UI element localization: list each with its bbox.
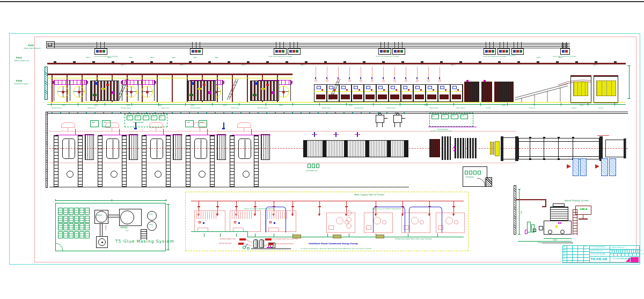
rail-tick: [52, 112, 53, 114]
rail-tick: [361, 112, 362, 114]
df-post: [326, 84, 327, 102]
glue-pipe: [207, 129, 208, 135]
roll-stand-rack: [166, 135, 171, 187]
hanger-cell: [485, 50, 488, 53]
rail-clamp: [401, 61, 404, 63]
rail-clamp: [170, 61, 172, 63]
storage-tank: [147, 221, 157, 231]
rail-tick: [326, 112, 327, 114]
tb-left-label: 日期: [584, 246, 587, 247]
mezzanine-post: [247, 75, 248, 102]
conn-label: Steam Connection DN150 (Dia)200mm: [372, 208, 401, 210]
panel-line: [428, 127, 477, 127]
machine-pump: [366, 225, 371, 230]
shear-mark: [484, 80, 486, 82]
rail-tick: [180, 112, 181, 114]
sf-part: [272, 91, 274, 94]
glue-unit-box: [308, 164, 311, 168]
dim-tick: [561, 103, 561, 106]
piping-system-title: IntelliGent Steam Condensate Energy Savi…: [309, 243, 357, 245]
starch-box: [63, 223, 68, 230]
condensate-stub: [408, 234, 408, 237]
dim-tick: [627, 65, 631, 66]
machine-pump: [328, 225, 334, 230]
mezzanine-beam: [47, 74, 292, 75]
condensate-stub: [437, 234, 438, 237]
df-hood: [440, 86, 444, 89]
dim-tick: [51, 103, 52, 106]
hanger-cell: [513, 50, 516, 53]
starch-box: [69, 216, 74, 223]
roll-hub: [62, 91, 64, 93]
rail-clamp: [92, 61, 95, 63]
hanger-cell: [499, 50, 502, 53]
starch-box: [58, 231, 63, 238]
df-plate: [378, 94, 387, 99]
rail-tick: [77, 112, 78, 114]
df-plate: [390, 94, 399, 99]
glue-pipe: [232, 135, 270, 135]
stand-post: [54, 81, 54, 101]
facer-plan: [173, 134, 182, 160]
splicer: [122, 80, 155, 85]
drop-valve: [291, 206, 294, 207]
hanger-cell: [386, 50, 389, 53]
base-mark: [555, 225, 558, 228]
floor-circle: [111, 171, 118, 178]
floor-circle: [243, 171, 250, 178]
conveyor-tick: [544, 138, 544, 159]
machine-name: Mill Roll Stand: [258, 107, 267, 109]
sf-part: [197, 88, 202, 90]
rail-tick: [215, 112, 216, 114]
hanger-pipe: [280, 42, 280, 48]
pallet: [601, 158, 608, 176]
rail-tick: [309, 112, 310, 114]
df-dot: [408, 89, 409, 91]
mezzanine-post: [52, 75, 53, 102]
grid-weight: 105g: [461, 115, 464, 117]
dim-tick: [239, 103, 239, 106]
df-post: [363, 84, 364, 102]
roll-stand-rack: [78, 135, 83, 187]
grid-weight: 125g: [451, 115, 455, 117]
pallet: [580, 158, 587, 176]
glue-pipe: [56, 135, 94, 135]
df-plate: [316, 94, 325, 99]
df-post: [413, 84, 414, 102]
hanger-cell: [492, 50, 494, 53]
rail-clamp: [324, 61, 327, 63]
edge-block: [543, 137, 545, 138]
double-facer-plan: [303, 140, 408, 157]
hanger-pipe: [388, 42, 389, 48]
drop-valve: [216, 206, 219, 207]
conveyor-line: [519, 141, 599, 142]
rail-clamp: [537, 61, 539, 63]
cook-label: 5m³: [126, 230, 129, 231]
mark: [453, 150, 455, 151]
machine-name: Slitter Scorer: [456, 107, 465, 109]
drop-valve: [405, 77, 406, 79]
tank-pipe: [402, 118, 405, 119]
sf-part: [266, 84, 269, 86]
rail-clamp: [112, 61, 114, 63]
tb-line: [589, 256, 610, 257]
rail-tick: [129, 112, 130, 114]
tb-company-en: DG CORRUGATED MACHINERY CO.,LTD: [590, 247, 611, 249]
hanger-pipe: [500, 42, 500, 48]
speed-display-value: 188.8: [580, 208, 587, 210]
dim-tick: [614, 103, 615, 106]
dim-tick: [319, 103, 320, 106]
mark: [453, 147, 455, 148]
hanger-pipe: [100, 42, 101, 48]
floor-circle: [155, 171, 162, 178]
hanger-cell: [488, 50, 491, 53]
roll-axis: [245, 140, 245, 158]
plan-wall: [46, 112, 48, 188]
df-dot: [396, 89, 397, 91]
roll-stand-rack: [186, 135, 191, 187]
drop-valve: [254, 206, 257, 207]
df-plate: [365, 94, 375, 99]
ground-line: [47, 102, 626, 103]
df-divider: [387, 140, 391, 157]
rail-clamp: [382, 61, 385, 63]
